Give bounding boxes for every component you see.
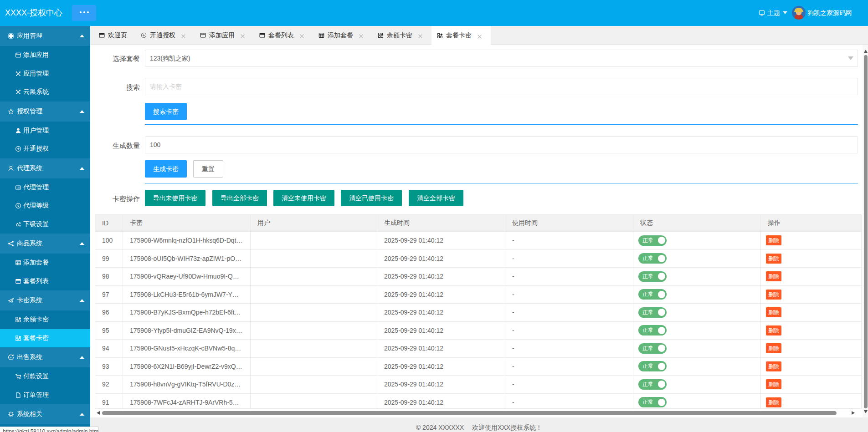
svg-text:123: 123 <box>16 187 20 189</box>
